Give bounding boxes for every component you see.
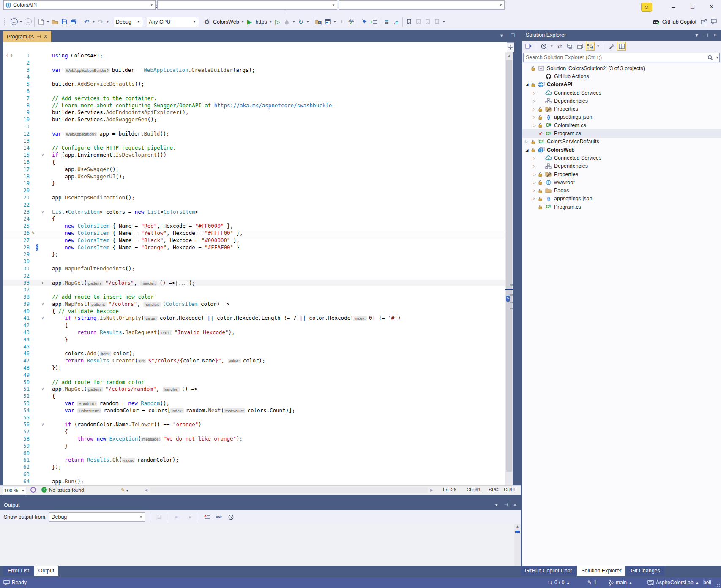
code-line-59[interactable]: 59 }: [3, 443, 505, 450]
tree-item-dependencies[interactable]: ▷Dependencies: [522, 97, 721, 105]
scrollbar-thumb[interactable]: [506, 60, 512, 472]
tree-item-dependencies[interactable]: ▷Dependencies: [522, 162, 721, 170]
filter-chevron-icon[interactable]: ▼: [596, 41, 601, 52]
pin-icon[interactable]: ⊣: [504, 502, 508, 508]
project-dropdown[interactable]: ColorsAPI ▼: [3, 0, 156, 10]
code-line-9[interactable]: 9builder.Services.AddEndpointsApiExplore…: [3, 109, 505, 116]
code-line-58[interactable]: 58 throw new Exception(message:"We do no…: [3, 436, 505, 443]
github-copilot-badge[interactable]: GitHub Copilot: [652, 19, 696, 25]
member-dropdown[interactable]: ▼: [339, 0, 505, 10]
start-without-debugging-button[interactable]: ▷: [273, 17, 282, 27]
panel-tab-output[interactable]: Output: [34, 566, 59, 576]
restart-chevron-icon[interactable]: ▼: [306, 17, 310, 27]
code-line-24[interactable]: 24{: [3, 215, 505, 223]
code-line-27[interactable]: 27 new ColorsItem { Name = "Black", Hexc…: [3, 237, 505, 244]
find-in-files-button[interactable]: [314, 17, 323, 27]
column-guides-button[interactable]: ⁝: [337, 17, 347, 27]
debug-profile-chevron-icon[interactable]: ▼: [240, 17, 245, 27]
copilot-chat-icon[interactable]: [711, 19, 717, 24]
indent-button[interactable]: [369, 17, 378, 27]
expander-icon[interactable]: ▷: [532, 188, 537, 193]
code-line-53[interactable]: 53 var Random?random = new Random();: [3, 400, 505, 407]
code-line-7[interactable]: 7// Add services to the container.: [3, 95, 505, 102]
home-chevron-icon[interactable]: ▼: [333, 17, 337, 27]
code-line-11[interactable]: 11: [3, 123, 505, 131]
expander-icon[interactable]: ▷: [524, 139, 530, 144]
type-dropdown[interactable]: ▼: [157, 0, 337, 10]
close-button[interactable]: ×: [702, 0, 721, 14]
properties-window-button[interactable]: [576, 42, 584, 51]
fold-toggle-icon[interactable]: ∨: [39, 152, 46, 159]
feedback-bubble[interactable]: Ready: [3, 577, 27, 588]
code-line-32[interactable]: 32: [3, 272, 505, 280]
start-debugging-button[interactable]: ▶: [245, 17, 254, 27]
code-line-54[interactable]: 54 var ColorsItem?randomColor = colors[i…: [3, 407, 505, 414]
code-line-18[interactable]: 18 app.UseSwaggerUI();: [3, 173, 505, 180]
close-panel-icon[interactable]: ✕: [713, 33, 717, 38]
expander-icon[interactable]: ▷: [532, 107, 537, 111]
fold-toggle-icon[interactable]: ∨: [39, 209, 46, 216]
fold-toggle-icon[interactable]: ∨: [39, 301, 46, 308]
health-indicator-icon[interactable]: [30, 487, 36, 493]
editor-horizontal-scrollbar[interactable]: [150, 487, 428, 493]
fold-toggle-icon[interactable]: ∨: [39, 315, 46, 322]
solution-explorer-header[interactable]: Solution Explorer ▼ ⊣ ✕: [522, 30, 721, 41]
solution-search[interactable]: ▼: [523, 53, 720, 62]
code-line-13[interactable]: 13: [3, 138, 505, 145]
feedback-button[interactable]: ☺: [641, 3, 652, 12]
debug-profile-label[interactable]: ColorsWeb: [213, 19, 239, 25]
preview-selected-items-button[interactable]: [617, 42, 626, 51]
launch-profile-label[interactable]: https: [256, 19, 267, 25]
output-content[interactable]: ▲: [0, 524, 521, 566]
tree-item-solution-colorssolution2-3-of-3-projects[interactable]: ∞Solution 'ColorsSolution2' (3 of 3 proj…: [522, 64, 721, 72]
home-button[interactable]: [323, 17, 333, 27]
pending-edits-button[interactable]: ✎1: [587, 577, 597, 588]
expander-icon[interactable]: ▷: [532, 115, 537, 119]
navigate-back-button[interactable]: ←: [9, 17, 19, 27]
expander-icon[interactable]: ▷: [532, 180, 537, 185]
window-position-chevron-icon[interactable]: ▼: [694, 33, 699, 38]
comment-button[interactable]: ≣: [382, 17, 391, 27]
clear-all-button[interactable]: [202, 512, 212, 522]
spell-check-button[interactable]: abc✓: [347, 17, 356, 27]
code-line-38[interactable]: 38// add route to insert new color: [3, 294, 505, 301]
code-line-4[interactable]: 4: [3, 74, 505, 81]
code-line-8[interactable]: 8// Learn more about configuring Swagger…: [3, 102, 505, 109]
toolbar-grip[interactable]: [0, 17, 9, 27]
collapse-all-button[interactable]: [565, 42, 574, 51]
tree-item-appsettings-json[interactable]: ▷{}appsettings.json: [522, 113, 721, 121]
navigate-forward-button[interactable]: →: [23, 17, 33, 27]
solution-platform-combo[interactable]: Any CPU▼: [147, 17, 199, 27]
properties-button[interactable]: [607, 42, 616, 51]
code-line-45[interactable]: 45: [3, 343, 505, 351]
panel-tab-git-changes[interactable]: Git Changes: [626, 566, 664, 576]
fold-toggle-icon[interactable]: ∨: [39, 386, 46, 393]
tab-list-chevron-icon[interactable]: ▼: [499, 33, 504, 38]
zoom-combo[interactable]: 100 %▼: [3, 487, 26, 494]
resize-grip[interactable]: [715, 582, 720, 587]
navigate-back-chevron-icon[interactable]: ▼: [19, 17, 23, 27]
restart-button[interactable]: ↻: [296, 17, 306, 27]
tree-item-properties[interactable]: ▷Properties: [522, 105, 721, 113]
panel-tab-solution-explorer[interactable]: Solution Explorer: [577, 566, 625, 576]
code-editor[interactable]: 1using ColorsAPI;23var WebApplicationBui…: [3, 52, 505, 485]
code-line-20[interactable]: 20: [3, 187, 505, 194]
code-line-14[interactable]: 14// Configure the HTTP request pipeline…: [3, 144, 505, 152]
code-line-3[interactable]: 3var WebApplicationBuilder?builder = Web…: [3, 67, 505, 74]
float-window-icon[interactable]: ❐: [511, 33, 515, 38]
pin-icon[interactable]: ⊣: [704, 33, 708, 38]
code-line-17[interactable]: 17 app.UseSwagger();: [3, 166, 505, 173]
fold-toggle-icon[interactable]: ›: [39, 280, 46, 287]
timestamp-button[interactable]: [226, 512, 235, 522]
code-line-57[interactable]: 57 {: [3, 428, 505, 436]
output-scrollbar[interactable]: ▲: [514, 524, 521, 566]
code-line-22[interactable]: 22: [3, 201, 505, 209]
code-line-50[interactable]: 50// add route for random color: [3, 379, 505, 386]
code-line-23[interactable]: 23∨List<ColorsItem> colors = new List<Co…: [3, 209, 505, 216]
code-line-39[interactable]: 39∨app.MapPost(pattern:"/colors", handle…: [3, 301, 505, 308]
code-line-42[interactable]: 42 {: [3, 322, 505, 329]
tree-item-program-cs[interactable]: ✔C#Program.cs: [522, 129, 721, 137]
tree-item-colorsservicedefaults[interactable]: ▷C#ColorsServiceDefaults: [522, 138, 721, 146]
expander-icon[interactable]: ▷: [532, 156, 537, 160]
code-line-55[interactable]: 55: [3, 414, 505, 422]
